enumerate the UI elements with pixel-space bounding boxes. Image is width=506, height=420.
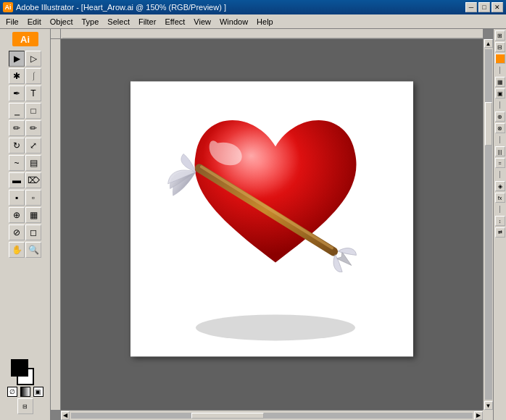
- color-swatches[interactable]: [11, 359, 40, 385]
- color-none[interactable]: ∅: [7, 387, 17, 397]
- panel-divider-5: [499, 206, 500, 213]
- window-title: Adobe Illustrator - [Heart_Arow.ai @ 150…: [16, 3, 226, 12]
- title-bar-buttons[interactable]: ─ □ ✕: [465, 2, 503, 12]
- color-section: ∅ ▣ ⊟: [7, 359, 43, 417]
- tool-row-1: ▶ ▷: [9, 51, 41, 67]
- normal-screen-mode[interactable]: ⊟: [17, 398, 33, 414]
- horizontal-scrollbar[interactable]: ◀ ▶: [61, 410, 483, 420]
- menu-view[interactable]: View: [189, 16, 215, 28]
- menu-type[interactable]: Type: [78, 16, 104, 28]
- left-toolbar: Ai ▶ ▷ ✱ ⎰ ✒ T ⎯ □ ✏ ✏ ↻ ⤢ ~ ▤ ▬: [0, 29, 51, 420]
- panel-btn-7[interactable]: =: [495, 158, 505, 168]
- zoom-tool[interactable]: 🔍: [25, 242, 41, 258]
- svg-point-1: [196, 314, 355, 340]
- tool-row-12: ✋ 🔍: [9, 242, 41, 258]
- tool-row-10: ⊕ ▦: [9, 207, 41, 223]
- pencil-tool[interactable]: ✏: [25, 120, 41, 136]
- scroll-right-button[interactable]: ▶: [474, 411, 483, 420]
- menu-select[interactable]: Select: [103, 16, 134, 28]
- blend-tool[interactable]: ▫: [25, 190, 41, 206]
- gradient-swatch[interactable]: [20, 387, 30, 397]
- rect-tool[interactable]: □: [25, 103, 41, 119]
- scroll-left-button[interactable]: ◀: [61, 411, 70, 420]
- menu-file[interactable]: File: [1, 16, 23, 28]
- tool-row-5: ✏ ✏: [9, 120, 41, 136]
- document-canvas: [61, 39, 483, 410]
- panel-divider-4: [499, 171, 500, 178]
- ai-logo: Ai: [12, 32, 38, 46]
- panel-btn-align[interactable]: |||: [495, 146, 505, 156]
- fill-color[interactable]: [11, 359, 28, 377]
- tool-row-11: ⊘ ◻: [9, 224, 41, 240]
- horizontal-ruler: [61, 29, 483, 39]
- panel-divider-1: [499, 67, 500, 74]
- hand-tool[interactable]: ✋: [9, 242, 25, 258]
- column-graph-tool[interactable]: ▦: [25, 207, 41, 223]
- type-tool[interactable]: T: [25, 85, 41, 101]
- symbol-sprayer-tool[interactable]: ⊕: [9, 207, 25, 223]
- panel-btn-color[interactable]: [495, 54, 505, 64]
- panel-btn-1[interactable]: ⊞: [495, 30, 505, 41]
- mesh-tool[interactable]: ⌦: [25, 172, 41, 188]
- tool-row-4: ⎯ □: [9, 103, 41, 119]
- panel-btn-5[interactable]: ⊕: [495, 112, 505, 122]
- vertical-ruler: [51, 39, 61, 410]
- menu-window[interactable]: Window: [215, 16, 252, 28]
- title-bar-left: Ai Adobe Illustrator - [Heart_Arow.ai @ …: [3, 2, 226, 12]
- pattern-swatch[interactable]: ▣: [33, 387, 43, 397]
- scroll-down-button[interactable]: ▼: [484, 401, 493, 410]
- tool-row-7: ~ ▤: [9, 155, 41, 171]
- screen-mode-row: ⊟: [17, 398, 33, 414]
- scrollbar-corner: [483, 410, 493, 420]
- tool-row-9: ▪ ▫: [9, 190, 41, 206]
- graph-tool[interactable]: ▤: [25, 155, 41, 171]
- main-layout: Ai ▶ ▷ ✱ ⎰ ✒ T ⎯ □ ✏ ✏ ↻ ⤢ ~ ▤ ▬: [0, 29, 506, 420]
- panel-btn-11[interactable]: ⇄: [495, 227, 505, 238]
- canvas-area: ◀ ▶ ▲ ▼: [51, 29, 493, 420]
- slice-tool[interactable]: ⊘: [9, 224, 25, 240]
- eraser-tool[interactable]: ◻: [25, 224, 41, 240]
- menu-edit[interactable]: Edit: [23, 16, 46, 28]
- artwork-container: [130, 81, 413, 356]
- panel-btn-8[interactable]: ◈: [495, 181, 505, 191]
- scroll-up-button[interactable]: ▲: [484, 39, 493, 48]
- scale-tool[interactable]: ⤢: [25, 138, 41, 154]
- panel-btn-2[interactable]: ⊟: [495, 42, 505, 52]
- vertical-scrollbar[interactable]: ▲ ▼: [483, 39, 493, 410]
- minimize-button[interactable]: ─: [465, 2, 477, 12]
- gradient-tool[interactable]: ▬: [9, 172, 25, 188]
- menu-bar: File Edit Object Type Select Filter Effe…: [0, 14, 506, 29]
- direct-selection-tool[interactable]: ▷: [25, 51, 41, 67]
- panel-divider-3: [499, 136, 500, 143]
- tool-row-6: ↻ ⤢: [9, 138, 41, 154]
- menu-object[interactable]: Object: [46, 16, 78, 28]
- panel-btn-3[interactable]: ▦: [495, 77, 505, 87]
- eyedropper-tool[interactable]: ▪: [9, 190, 25, 206]
- selection-tool[interactable]: ▶: [9, 51, 25, 67]
- panel-btn-4[interactable]: ▣: [495, 88, 505, 98]
- panel-btn-10[interactable]: ↕: [495, 216, 505, 226]
- maximize-button[interactable]: □: [478, 2, 490, 12]
- magic-wand-tool[interactable]: ✱: [9, 68, 25, 84]
- menu-filter[interactable]: Filter: [134, 16, 160, 28]
- panel-btn-9[interactable]: fx: [495, 193, 505, 203]
- warp-tool[interactable]: ~: [9, 155, 25, 171]
- panel-divider-2: [499, 101, 500, 109]
- paint-brush-tool[interactable]: ✏: [9, 120, 25, 136]
- menu-help[interactable]: Help: [252, 16, 278, 28]
- panel-btn-6[interactable]: ⊗: [495, 123, 505, 133]
- close-button[interactable]: ✕: [492, 2, 503, 12]
- ruler-h-ticks: [61, 29, 483, 38]
- rotate-tool[interactable]: ↻: [9, 138, 25, 154]
- right-panel: ⊞ ⊟ ▦ ▣ ⊕ ⊗ ||| = ◈ fx ↕ ⇄: [493, 29, 506, 420]
- tool-row-3: ✒ T: [9, 85, 41, 101]
- line-tool[interactable]: ⎯: [9, 103, 25, 119]
- pen-tool[interactable]: ✒: [9, 85, 25, 101]
- color-mode-row: ∅ ▣: [7, 387, 43, 397]
- title-bar: Ai Adobe Illustrator - [Heart_Arow.ai @ …: [0, 0, 506, 14]
- tool-row-2: ✱ ⎰: [9, 68, 41, 84]
- app-icon: Ai: [3, 2, 13, 12]
- lasso-tool[interactable]: ⎰: [25, 68, 41, 84]
- menu-effect[interactable]: Effect: [160, 16, 189, 28]
- tool-row-8: ▬ ⌦: [9, 172, 41, 188]
